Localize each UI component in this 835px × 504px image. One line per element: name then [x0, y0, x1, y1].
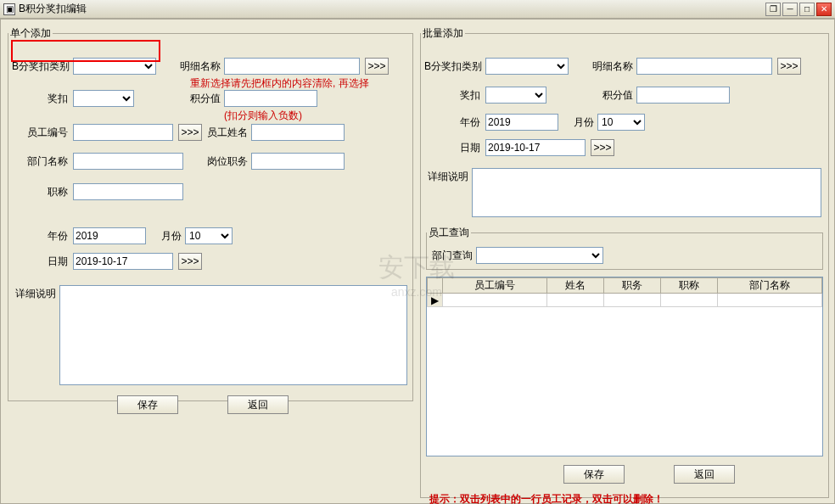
titlebar: ▣ B积分奖扣编辑 ❐ ─ □ ✕: [0, 0, 835, 19]
th-duty[interactable]: 职务: [603, 278, 660, 294]
label-detail-name: 明细名称: [178, 59, 221, 74]
note-reselect: 重新选择请先把框内的内容清除, 再选择: [190, 76, 369, 91]
label-month: 月份: [156, 229, 182, 244]
r-label-detail-name: 明细名称: [591, 59, 633, 74]
single-add-panel: 单个添加 B分奖扣类别 明细名称 >>> 重新选择请先把框内的内容清除, 再选择…: [8, 26, 413, 401]
th-name[interactable]: 姓名: [546, 278, 603, 294]
emp-no-input[interactable]: [73, 124, 173, 141]
row-indicator-icon: ▶: [428, 294, 443, 307]
label-position: 岗位职务: [205, 154, 248, 169]
r-detail-name-input[interactable]: [636, 58, 772, 75]
label-emp-name: 员工姓名: [205, 126, 248, 140]
date-input[interactable]: [73, 253, 173, 270]
r-year-input[interactable]: [485, 114, 558, 131]
label-category: B分奖扣类别: [12, 59, 70, 74]
dept-name-input[interactable]: [73, 153, 183, 170]
table-row[interactable]: ▶: [428, 294, 822, 307]
label-title: 职称: [37, 185, 68, 199]
emp-name-input[interactable]: [251, 124, 345, 141]
note-negative: (扣分则输入负数): [224, 109, 302, 123]
label-point-value: 积分值: [178, 92, 221, 106]
maximize-button[interactable]: □: [799, 3, 815, 16]
r-reward-select[interactable]: [485, 87, 546, 104]
app-icon: ▣: [3, 3, 15, 15]
r-month-select[interactable]: 10: [597, 114, 645, 131]
r-detail-more-button[interactable]: >>>: [777, 58, 801, 75]
batch-add-legend: 批量添加: [421, 26, 465, 41]
year-input[interactable]: [73, 227, 146, 244]
r-point-value-input[interactable]: [636, 87, 730, 104]
emp-table-wrap[interactable]: 员工编号 姓名 职务 职称 部门名称 ▶: [426, 277, 823, 456]
date-more-button[interactable]: >>>: [178, 253, 202, 270]
label-dept-query: 部门查询: [430, 249, 473, 263]
r-date-input[interactable]: [485, 139, 586, 156]
minimize-button[interactable]: ─: [782, 3, 798, 16]
detail-name-input[interactable]: [224, 58, 360, 75]
r-label-desc: 详细说明: [426, 170, 468, 184]
point-value-input[interactable]: [224, 90, 317, 107]
title-input[interactable]: [73, 183, 183, 200]
emp-query-panel: 员工查询 部门查询: [426, 226, 823, 270]
th-dept[interactable]: 部门名称: [718, 278, 822, 294]
r-label-month: 月份: [569, 115, 594, 130]
dept-query-select[interactable]: [476, 247, 603, 264]
label-reward: 奖扣: [25, 92, 68, 106]
r-label-reward: 奖扣: [438, 88, 480, 103]
emp-no-more-button[interactable]: >>>: [178, 124, 202, 141]
position-input[interactable]: [251, 153, 345, 170]
content-area: 单个添加 B分奖扣类别 明细名称 >>> 重新选择请先把框内的内容清除, 再选择…: [0, 19, 835, 504]
r-category-select[interactable]: [485, 58, 569, 75]
category-select[interactable]: [73, 58, 156, 75]
label-date: 日期: [37, 255, 68, 269]
label-emp-no: 员工编号: [25, 126, 68, 140]
reward-select[interactable]: [73, 90, 134, 107]
r-save-button[interactable]: 保存: [563, 465, 625, 484]
emp-table[interactable]: 员工编号 姓名 职务 职称 部门名称 ▶: [427, 277, 822, 307]
window-title: B积分奖扣编辑: [19, 2, 765, 16]
month-select[interactable]: 10: [185, 227, 233, 244]
th-title[interactable]: 职称: [661, 278, 718, 294]
r-label-category: B分奖扣类别: [424, 59, 482, 74]
label-dept-name: 部门名称: [25, 154, 68, 169]
save-button[interactable]: 保存: [117, 395, 178, 414]
label-year: 年份: [37, 229, 68, 244]
batch-add-panel: 批量添加 B分奖扣类别 明细名称 >>> 奖扣 积分值 年份 月份 10 日期 …: [420, 26, 829, 498]
restore-button[interactable]: ❐: [765, 3, 781, 16]
r-label-point-value: 积分值: [591, 88, 633, 103]
tip-text: 提示：双击列表中的一行员工记录，双击可以删除！: [429, 492, 664, 504]
r-label-year: 年份: [450, 115, 480, 130]
th-emp-no[interactable]: 员工编号: [443, 278, 547, 294]
r-label-date: 日期: [450, 141, 480, 155]
r-desc-textarea[interactable]: [472, 168, 821, 217]
detail-more-button[interactable]: >>>: [365, 58, 389, 75]
single-add-legend: 单个添加: [8, 26, 53, 41]
desc-textarea[interactable]: [59, 285, 407, 385]
r-back-button[interactable]: 返回: [674, 465, 735, 484]
close-button[interactable]: ✕: [816, 3, 832, 16]
r-date-more-button[interactable]: >>>: [591, 139, 614, 156]
emp-query-legend: 员工查询: [427, 226, 471, 240]
back-button[interactable]: 返回: [227, 395, 289, 414]
label-desc: 详细说明: [14, 287, 56, 301]
